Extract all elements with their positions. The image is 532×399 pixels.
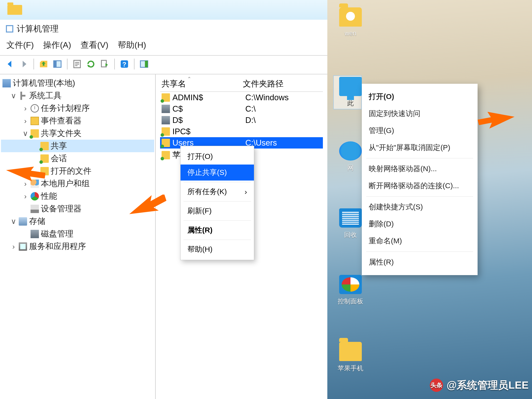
desktop-icon-folder[interactable]: 苹果手机: [333, 342, 368, 373]
list-row[interactable]: C$C:\: [160, 103, 323, 115]
properties-button[interactable]: [71, 58, 83, 70]
ctx2-rename[interactable]: 重命名(M): [362, 233, 478, 249]
toolbar: ?: [0, 55, 327, 74]
ctx-refresh[interactable]: 刷新(F): [181, 203, 254, 219]
tree-task-scheduler[interactable]: ›任务计划程序: [1, 102, 154, 115]
menu-bar[interactable]: 文件(F) 操作(A) 查看(V) 帮助(H): [0, 36, 327, 55]
desktop-icon-label: 控制面板: [333, 297, 368, 306]
tree-storage[interactable]: ∨存储: [1, 215, 154, 228]
navigation-tree[interactable]: 计算机管理(本地) ∨系统工具 ›任务计划程序 ›事件查看器 ∨共享文件夹 共享…: [0, 74, 156, 399]
recycle-bin-icon: [339, 208, 362, 228]
annotation-arrow-icon: [478, 111, 515, 131]
tools-icon: [19, 92, 27, 100]
control-panel-icon: [339, 275, 362, 294]
show-hide-button[interactable]: [52, 58, 63, 70]
help-button[interactable]: ?: [119, 58, 130, 70]
watermark: 头条 @系统管理员LEE: [430, 378, 529, 392]
col-folder-path[interactable]: 文件夹路径: [241, 76, 323, 91]
share-icon: [162, 151, 170, 159]
event-icon: [31, 117, 39, 125]
ctx2-delete[interactable]: 删除(D): [362, 216, 478, 233]
ctx2-disconnect[interactable]: 断开网络驱动器的连接(C)...: [362, 177, 478, 194]
tree-disk-mgmt[interactable]: 磁盘管理: [1, 228, 154, 240]
forward-button[interactable]: [18, 58, 30, 70]
desktop-icon-label: wen: [333, 30, 368, 37]
submenu-arrow-icon: ›: [245, 188, 247, 196]
list-header[interactable]: ⌃共享名 文件夹路径: [160, 76, 323, 92]
clock-icon: [31, 104, 39, 113]
share-icon: [40, 142, 49, 150]
tree-root[interactable]: 计算机管理(本地): [1, 77, 154, 89]
folder-icon: [339, 342, 362, 361]
list-row[interactable]: ADMIN$C:\Windows: [160, 92, 323, 103]
ctx-properties[interactable]: 属性(R): [181, 222, 254, 238]
ctx2-map-drive[interactable]: 映射网络驱动器(N)...: [362, 160, 478, 177]
ctx-open[interactable]: 打开(O): [181, 149, 254, 165]
window-title: 计算机管理: [17, 23, 59, 34]
svg-marker-10: [478, 112, 515, 129]
watermark-logo: 头条: [430, 379, 443, 392]
device-icon: [31, 205, 39, 213]
back-button[interactable]: [4, 58, 16, 70]
list-row[interactable]: IPC$: [160, 126, 323, 137]
menu-help[interactable]: 帮助(H): [118, 39, 146, 51]
desktop[interactable]: wen 此 网 回收 控制面板 苹果手机 打开(O) 固定到快速访问 管理(G)…: [327, 0, 532, 399]
user-folder-icon: [339, 7, 362, 27]
tree-event-viewer[interactable]: ›事件查看器: [1, 115, 154, 127]
desktop-icon-control-panel[interactable]: 控制面板: [333, 275, 368, 306]
svg-marker-8: [6, 163, 45, 183]
perf-icon: [31, 192, 39, 200]
desktop-icon-label: 苹果手机: [333, 364, 368, 373]
session-icon: [40, 154, 49, 163]
watermark-author: @系统管理员LEE: [447, 378, 529, 392]
list-row[interactable]: D$D:\: [160, 115, 323, 126]
export-button[interactable]: [99, 58, 110, 70]
tree-services[interactable]: ›服务和应用程序: [1, 240, 154, 253]
menu-view[interactable]: 查看(V): [81, 39, 108, 51]
action-pane-button[interactable]: [138, 58, 150, 70]
refresh-button[interactable]: [85, 58, 97, 70]
sort-caret-icon: ⌃: [187, 76, 191, 82]
drive-icon: [162, 105, 170, 113]
drive-icon: [162, 116, 170, 124]
ctx2-manage[interactable]: 管理(G): [362, 122, 478, 139]
folder-icon: [7, 5, 22, 15]
svg-rect-1: [54, 61, 57, 67]
ctx-help[interactable]: 帮助(H): [181, 241, 254, 257]
tree-shares[interactable]: 共享: [1, 140, 154, 152]
this-pc-icon: [339, 77, 362, 96]
desktop-icon-user-folder[interactable]: wen: [333, 7, 368, 37]
svg-text:?: ?: [122, 61, 126, 68]
svg-marker-9: [128, 195, 167, 217]
up-button[interactable]: [38, 58, 49, 70]
disk-icon: [31, 230, 39, 238]
services-icon: [19, 242, 27, 251]
ctx-stop-sharing[interactable]: 停止共享(S): [181, 165, 254, 181]
shared-folder-icon: [31, 129, 39, 138]
tree-system-tools[interactable]: ∨系统工具: [1, 89, 154, 102]
svg-rect-7: [145, 61, 148, 67]
ctx2-shortcut[interactable]: 创建快捷方式(S): [362, 199, 478, 216]
network-icon: [339, 141, 362, 161]
annotation-arrow-icon: [6, 163, 45, 183]
window-title-bar: 计算机管理: [0, 20, 327, 36]
menu-action[interactable]: 操作(A): [43, 39, 71, 51]
share-icon: [162, 93, 170, 102]
computer-icon: [2, 79, 11, 87]
share-icon: [162, 139, 170, 147]
menu-file[interactable]: 文件(F): [6, 39, 34, 51]
storage-icon: [19, 217, 27, 226]
ctx-all-tasks[interactable]: 所有任务(K)›: [181, 184, 254, 200]
ctx2-open[interactable]: 打开(O): [362, 88, 478, 105]
ctx2-unpin-start[interactable]: 从"开始"屏幕取消固定(P): [362, 139, 478, 156]
ctx2-properties[interactable]: 属性(R): [362, 254, 478, 271]
tree-shared-folders[interactable]: ∨共享文件夹: [1, 127, 154, 140]
col-share-name[interactable]: ⌃共享名: [160, 76, 241, 91]
computer-management-icon: [6, 25, 13, 33]
share-context-menu: 打开(O) 停止共享(S) 所有任务(K)› 刷新(F) 属性(R) 帮助(H): [180, 146, 254, 260]
ctx2-pin-quick[interactable]: 固定到快速访问: [362, 105, 478, 122]
computer-management-window: 计算机管理 文件(F) 操作(A) 查看(V) 帮助(H) ? 计算机管理(本地: [0, 0, 327, 399]
annotation-arrow-icon: [128, 195, 167, 217]
this-pc-context-menu: 打开(O) 固定到快速访问 管理(G) 从"开始"屏幕取消固定(P) 映射网络驱…: [362, 84, 478, 275]
shares-list: ⌃共享名 文件夹路径 ADMIN$C:\Windows C$C:\ D$D:\ …: [156, 74, 327, 399]
